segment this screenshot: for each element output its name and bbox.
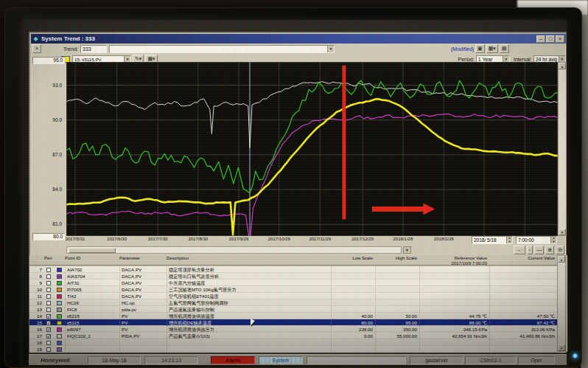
zoom-out-icon[interactable]: ⊖ <box>556 246 564 254</box>
pen-color-swatch[interactable] <box>57 274 62 279</box>
table-row[interactable]: 8AIAS704DACA.PV稳定塔出口氧气浓度分析 <box>29 273 557 280</box>
window-titlebar[interactable]: ◆ System Trend : 333 – □ × <box>31 34 566 44</box>
trend-title-combo[interactable]: ▼ <box>109 45 335 53</box>
cell-high-scale: 50.00 <box>375 313 419 319</box>
pen-checkbox[interactable] <box>46 268 51 272</box>
maximize-button[interactable]: □ <box>546 35 555 43</box>
cell-point-id: pi5097 <box>65 326 119 333</box>
header-pen[interactable]: Pen <box>44 256 65 261</box>
trend-plot[interactable] <box>66 62 558 236</box>
pen-checkbox[interactable]: ✓ <box>46 327 51 332</box>
alarm-button[interactable]: Alarm <box>211 356 255 364</box>
x-tick-label: 2017/5/31 <box>57 237 93 241</box>
print-button[interactable]: ▤ <box>500 44 509 53</box>
cell-reference-value <box>419 346 489 353</box>
header-parameter[interactable]: Parameter <box>119 256 167 261</box>
spinner-icons[interactable]: ▲▼ <box>550 237 556 243</box>
operator-level: Oper <box>518 356 555 364</box>
table-row[interactable]: 11TI42DACA.PV空气压缩机组ET401温度 <box>29 293 557 299</box>
scroll-up-icon[interactable]: ▴ <box>558 256 565 263</box>
system-button[interactable]: System <box>259 356 303 364</box>
cell-parameter: pida.pv <box>119 306 167 313</box>
pen-checkbox[interactable] <box>46 301 51 305</box>
pen-checkbox[interactable]: ✓ <box>46 334 51 339</box>
y-tick-label: 93.0 <box>31 83 65 88</box>
detach-icon[interactable]: × <box>32 44 41 53</box>
marker-icon[interactable]: ▫ <box>527 246 533 254</box>
cell-point-id: FIC8 <box>65 306 119 313</box>
pen-color-swatch[interactable] <box>57 281 62 285</box>
header-point_id[interactable]: Point ID <box>65 256 119 261</box>
pen-checkbox[interactable] <box>46 288 51 292</box>
cell-high-scale: 350.00 <box>375 326 419 333</box>
table-row[interactable]: 13FIC8pida.pv产品液氮流量输出控制 <box>29 306 557 313</box>
pen-color-swatch[interactable] <box>57 268 62 272</box>
pen-color-swatch[interactable] <box>57 347 62 352</box>
cell-parameter: DACA.PV <box>119 280 167 286</box>
pen-checkbox[interactable] <box>46 308 51 312</box>
pen-color-swatch[interactable] <box>57 341 62 345</box>
pen-color-swatch[interactable] <box>57 294 62 299</box>
cell-description: 稳定塔顶部氧含量分析 <box>167 266 331 273</box>
cell-point-id: AIA702 <box>65 266 119 273</box>
pen-selector-value: 15: ti5115.PV <box>74 57 102 62</box>
scroll-options-icon[interactable]: ▼ <box>403 246 411 254</box>
header-high[interactable]: High Scale <box>375 256 417 261</box>
spinner-icons[interactable]: ▲▼ <box>506 237 512 243</box>
header-low[interactable]: Low Scale <box>331 256 373 261</box>
scrollbar-thumb[interactable] <box>69 248 116 253</box>
trend-number-field[interactable]: 333 <box>80 45 107 53</box>
table-vertical-scrollbar[interactable]: ▴ ▾ <box>557 255 566 352</box>
chart-style-button[interactable]: ▦▾ <box>486 44 498 53</box>
cell-low-scale: 0.00 <box>331 333 375 339</box>
pen-checkbox[interactable] <box>46 281 51 285</box>
pen-checkbox[interactable]: ✓ <box>46 321 51 325</box>
minimize-button[interactable]: – <box>536 35 545 43</box>
table-row[interactable]: 10PI7005DACA.PV三工况输送MTO 10Kg氮气管压力 <box>29 286 557 293</box>
table-row[interactable]: 16✓pi5097PV增压机润滑油供油压力238.00350.00248.15 … <box>29 326 557 333</box>
header-description[interactable]: Description <box>167 256 277 261</box>
zoom-in-icon[interactable]: ⊕ <box>545 246 554 254</box>
cell-point-id: FIQC102_1 <box>65 333 119 339</box>
table-row[interactable]: 18 <box>29 339 557 346</box>
table-row[interactable]: 12HC26HC.op主氮气管网氮气管控制阀调控 <box>29 299 557 306</box>
pen-color-swatch[interactable] <box>57 308 62 312</box>
fit-icon[interactable]: — <box>534 246 544 254</box>
table-row[interactable]: 14✓ti5215PV增压机润滑油供油温度40.0050.0044.75 ℃47… <box>29 313 557 319</box>
cell-low-scale <box>331 339 375 346</box>
pan-right-icon[interactable]: →· <box>514 246 525 254</box>
pen-color-swatch[interactable] <box>57 321 62 325</box>
end-date-spinner[interactable]: 2018/ 5/18 ▲▼ <box>472 236 513 244</box>
close-button[interactable]: × <box>556 35 564 43</box>
pen-checkbox[interactable]: ✓ <box>46 314 51 319</box>
pen-color-swatch[interactable] <box>57 301 62 305</box>
chart-horizontal-scrollbar[interactable] <box>66 246 402 254</box>
pen-checkbox[interactable] <box>46 341 51 345</box>
row-number: 18 <box>31 339 43 346</box>
scroll-up-icon[interactable]: ▴ <box>559 63 566 69</box>
pen-checkbox[interactable] <box>46 294 51 299</box>
header-current[interactable]: Current Value <box>489 256 555 261</box>
chart-vertical-scrollbar[interactable]: ▴ ▾ <box>558 62 567 236</box>
trend-toolbar: × Trend: 333 ▼ (Modified) ▣ ▦▾ ▤ <box>31 44 566 54</box>
pen-checkbox[interactable] <box>46 274 51 279</box>
cell-reference-value: 86.00 ℃ <box>419 319 489 326</box>
pen-color-swatch[interactable] <box>57 288 62 292</box>
pen-color-swatch[interactable] <box>57 327 62 332</box>
table-row[interactable]: 17✓FIQC102_1PIDA.PV产品氮气流量(V103)0.0055,00… <box>29 333 557 339</box>
cell-point-id: AIAS704 <box>65 273 119 280</box>
pen-color-swatch[interactable] <box>57 334 62 339</box>
table-row[interactable]: 19 <box>29 346 557 353</box>
scroll-down-icon[interactable]: ▾ <box>558 344 565 351</box>
high-scale-field[interactable]: 95.0 <box>32 57 65 64</box>
table-row[interactable]: 9AIT31DACA.PV中压蒸汽分输温度 <box>29 280 557 286</box>
end-time-spinner[interactable]: 7:00:00 ▲▼ <box>516 236 557 244</box>
chevron-down-icon[interactable]: ▼ <box>327 46 334 52</box>
pen-checkbox[interactable] <box>46 347 51 352</box>
save-button[interactable]: ▣ <box>475 44 485 53</box>
scroll-down-icon[interactable]: ▾ <box>559 229 566 235</box>
window-title: System Trend : 333 <box>41 35 536 42</box>
table-row[interactable]: 7AIA702DACA.PV稳定塔顶部氧含量分析 <box>29 266 557 273</box>
pen-color-swatch[interactable] <box>57 314 62 319</box>
table-row[interactable]: 15✓ti5115PV增压机组DE轴承温度80.0095.0086.00 ℃87… <box>29 319 557 326</box>
